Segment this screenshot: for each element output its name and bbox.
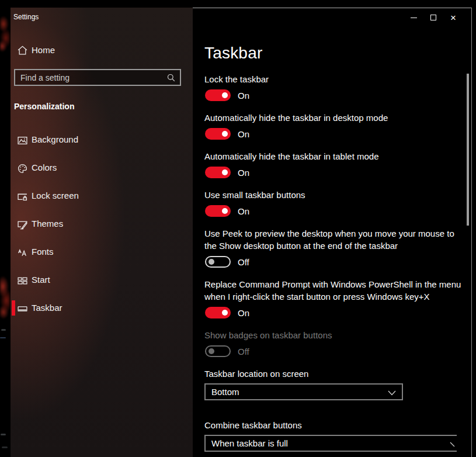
toggle-state-label: On — [238, 91, 249, 101]
toggle-knob — [222, 92, 228, 98]
chevron-down-icon — [450, 442, 456, 447]
taskbar-settings-panel: × Taskbar Lock the taskbar On Automatica… — [193, 8, 471, 457]
toggle-state-label: Off — [238, 347, 249, 356]
search-icon[interactable] — [167, 74, 175, 82]
combine-taskbar-buttons-dropdown[interactable]: When taskbar is full — [204, 435, 457, 452]
sidebar-item-label: Fonts — [32, 247, 54, 257]
sidebar-item-fonts[interactable]: Fonts — [11, 238, 193, 266]
window-right-border — [471, 8, 472, 457]
maximize-icon — [430, 15, 436, 20]
sidebar-item-label: Colors — [32, 162, 57, 172]
sidebar-item-background[interactable]: Background — [11, 126, 193, 154]
themes-icon — [18, 220, 27, 230]
close-button[interactable]: × — [443, 9, 463, 26]
toggle-state-label: Off — [238, 257, 249, 267]
toggle-knob — [222, 310, 228, 316]
toggle-knob — [222, 169, 228, 175]
sidebar-item-home[interactable]: Home — [11, 43, 193, 58]
desktop-artifact — [0, 337, 6, 338]
dropdown-value: Bottom — [211, 387, 239, 397]
toggle-use-peek[interactable] — [205, 256, 231, 268]
taskbar-icon — [18, 304, 27, 314]
colors-icon — [18, 164, 27, 174]
background-icon — [18, 136, 27, 146]
setting-group-badges: Show badges on taskbar buttons Off — [204, 329, 471, 357]
setting-group-powershell: Replace Command Prompt with Windows Powe… — [204, 278, 471, 318]
window-title: Settings — [13, 13, 39, 21]
toggle-state-label: On — [238, 206, 249, 216]
sidebar-item-taskbar[interactable]: Taskbar — [11, 295, 193, 323]
setting-label: Lock the taskbar — [204, 73, 464, 85]
sidebar-item-lock-screen[interactable]: Lock screen — [11, 182, 193, 210]
start-icon — [18, 276, 27, 286]
setting-label: Use Peek to preview the desktop when you… — [204, 227, 464, 252]
minimize-icon — [411, 18, 417, 18]
maximize-button[interactable] — [423, 9, 443, 26]
desktop-artifact — [1, 434, 6, 435]
search-input[interactable] — [15, 73, 167, 82]
desktop-artifact — [1, 329, 6, 331]
toggle-replace-powershell[interactable] — [205, 307, 231, 318]
sidebar-nav: Background Colors — [11, 126, 193, 323]
toggle-knob — [209, 259, 214, 265]
sidebar-item-label: Home — [32, 45, 55, 55]
minimize-button[interactable] — [404, 9, 423, 26]
lock-screen-icon — [18, 192, 27, 202]
setting-label: Replace Command Prompt with Windows Powe… — [204, 278, 464, 303]
toggle-state-label: On — [238, 129, 249, 139]
desktop-artifact — [2, 446, 8, 448]
search-box — [14, 69, 181, 86]
scrollbar[interactable] — [467, 74, 469, 226]
setting-group-small-buttons: Use small taskbar buttons On — [204, 189, 471, 217]
wallpaper-red-blob — [0, 15, 10, 52]
toggle-knob — [209, 348, 214, 354]
sidebar-item-themes[interactable]: Themes — [11, 210, 193, 238]
sidebar-item-colors[interactable]: Colors — [11, 154, 193, 182]
fonts-icon — [18, 248, 27, 258]
toggle-small-taskbar-buttons[interactable] — [205, 205, 231, 217]
setting-label: Automatically hide the taskbar in deskto… — [204, 112, 464, 124]
setting-label: Automatically hide the taskbar in tablet… — [204, 150, 464, 162]
selected-item-accent-bar — [12, 300, 15, 316]
toggle-lock-the-taskbar[interactable] — [205, 89, 231, 101]
toggle-state-label: On — [238, 168, 249, 178]
sidebar-item-label: Start — [32, 275, 50, 285]
toggle-autohide-desktop[interactable] — [205, 128, 231, 140]
sidebar-item-label: Themes — [32, 219, 63, 228]
toggle-autohide-tablet[interactable] — [205, 167, 231, 178]
setting-label: Use small taskbar buttons — [204, 189, 464, 201]
sidebar-item-start[interactable]: Start — [11, 266, 193, 295]
setting-group-autohide-desktop: Automatically hide the taskbar in deskto… — [204, 112, 471, 140]
taskbar-location-dropdown[interactable]: Bottom — [204, 383, 403, 400]
setting-group-use-peek: Use Peek to preview the desktop when you… — [204, 227, 471, 268]
wallpaper-red-blob — [0, 275, 10, 319]
home-icon — [18, 46, 27, 56]
setting-label: Taskbar location on screen — [204, 368, 464, 380]
toggle-knob — [222, 208, 228, 214]
sidebar-item-label: Lock screen — [32, 191, 79, 200]
setting-group-combine-buttons: Combine taskbar buttons When taskbar is … — [204, 419, 471, 452]
setting-group-autohide-tablet: Automatically hide the taskbar in tablet… — [204, 150, 471, 178]
settings-sidebar: Settings Home Personalization — [11, 8, 193, 457]
sidebar-item-label: Background — [32, 134, 78, 144]
toggle-state-label: On — [238, 308, 249, 318]
window-caption-controls: × — [404, 9, 463, 26]
settings-content: Taskbar Lock the taskbar On Automaticall… — [193, 8, 471, 452]
toggle-knob — [222, 131, 228, 137]
setting-group-lock-taskbar: Lock the taskbar On — [204, 73, 471, 101]
toggle-show-badges — [205, 345, 231, 357]
section-header-personalization: Personalization — [14, 102, 74, 111]
close-icon: × — [450, 13, 456, 23]
setting-label: Show badges on taskbar buttons — [204, 329, 464, 341]
dropdown-value: When taskbar is full — [211, 438, 288, 448]
sidebar-item-label: Taskbar — [32, 303, 62, 313]
setting-group-taskbar-location: Taskbar location on screen Bottom — [204, 368, 471, 400]
setting-label: Combine taskbar buttons — [204, 419, 464, 431]
chevron-down-icon — [388, 390, 396, 396]
